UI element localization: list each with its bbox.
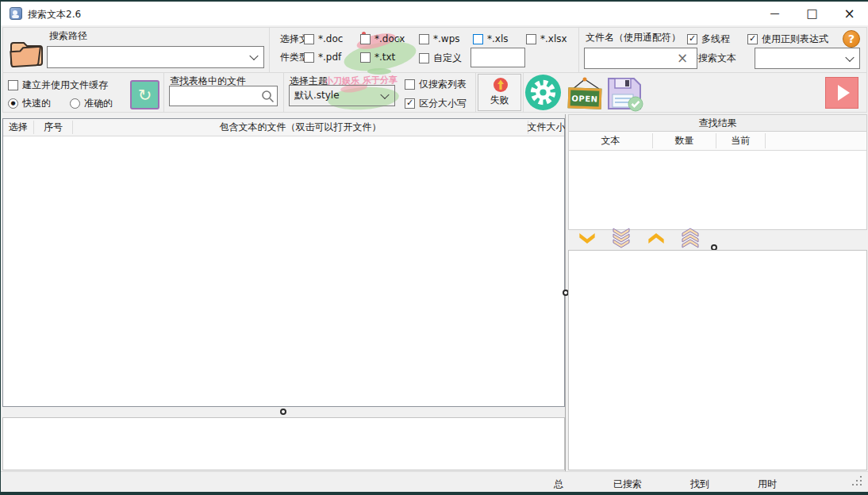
maximize-icon: □	[806, 6, 817, 21]
start-search-button[interactable]	[825, 77, 858, 109]
settings-button[interactable]	[524, 74, 562, 111]
custom-filetype-input[interactable]	[470, 48, 525, 67]
filename-label: 文件名（使用通配符）	[586, 32, 681, 44]
close-button[interactable]: ×	[831, 2, 868, 25]
clear-icon: ×	[677, 50, 688, 66]
chevron-down-icon	[380, 90, 389, 98]
checkbox-label: 区分大小写	[419, 97, 467, 110]
title-bar: 搜索文本2.6 — □ ×	[1, 2, 868, 25]
minimize-button[interactable]: —	[756, 2, 793, 25]
maximize-button[interactable]: □	[793, 2, 831, 25]
checkbox-wps[interactable]: *.wps	[419, 33, 460, 44]
checkbox-label: 仅搜索列表	[419, 78, 467, 91]
checkbox-label: *.txt	[374, 52, 395, 63]
column-header-file[interactable]: 包含文本的文件（双击可以打开文件）	[73, 119, 528, 136]
last-match-button[interactable]	[610, 228, 632, 248]
file-table[interactable]: 选择 序号 包含文本的文件（双击可以打开文件） 文件大小	[2, 118, 565, 407]
app-window: 搜索文本2.6 — □ × 搜索路径 选择文 件类型 *.doc *.docx	[0, 0, 868, 495]
checkbox-box	[419, 53, 429, 63]
checkbox-label: *.docx	[374, 33, 405, 44]
checkbox-box	[360, 34, 371, 44]
fail-button-label: 失败	[478, 94, 520, 107]
column-header-current[interactable]: 当前	[716, 132, 765, 150]
play-icon	[838, 85, 850, 101]
radio-circle: ●	[8, 98, 18, 109]
checkbox-box	[526, 34, 536, 44]
chevron-down-icon	[578, 232, 596, 244]
open-file-button[interactable]: OPEN	[566, 77, 604, 110]
checkbox-xlsx[interactable]: *.xlsx	[526, 33, 567, 44]
chevron-down-icon	[249, 52, 258, 60]
column-separator[interactable]	[765, 133, 766, 148]
checkbox-label: *.doc	[318, 33, 343, 44]
status-bar: 总 已搜索 找到 用时	[1, 471, 868, 493]
checkbox-case-sensitive[interactable]: ✓ 区分大小写	[405, 97, 467, 110]
checkbox-label: 自定义	[433, 52, 462, 65]
checkbox-label: *.xlsx	[540, 33, 567, 44]
next-match-button[interactable]	[577, 230, 597, 246]
status-searched-label: 已搜索	[613, 478, 642, 491]
checkbox-txt[interactable]: *.txt	[360, 52, 395, 63]
triple-chevron-down-icon	[611, 228, 632, 248]
first-match-button[interactable]	[679, 228, 701, 248]
column-header-size[interactable]: 文件大小	[528, 119, 564, 136]
status-time-label: 用时	[758, 478, 777, 491]
save-floppy-icon	[605, 75, 645, 112]
checkbox-pdf[interactable]: *.pdf	[304, 52, 341, 63]
chevron-down-icon	[845, 52, 854, 61]
checkbox-custom[interactable]: 自定义	[419, 52, 462, 65]
checkbox-label: *.wps	[433, 33, 460, 44]
theme-combobox[interactable]: 默认.style	[289, 85, 395, 106]
checkbox-box	[473, 34, 483, 44]
column-header-text[interactable]: 文本	[569, 132, 652, 150]
resize-grip[interactable]	[852, 477, 862, 486]
checkbox-box	[304, 52, 314, 63]
checkbox-regex[interactable]: ✓ 使用正则表达式	[747, 33, 828, 46]
radio-fast[interactable]: ● 快速的	[8, 97, 51, 110]
radio-accurate[interactable]: 准确的	[70, 97, 113, 110]
result-table[interactable]: 文本 数量 当前	[568, 131, 867, 230]
question-icon: ?	[848, 33, 855, 45]
fail-button[interactable]: 失败	[478, 74, 521, 111]
result-panel-caption: 查找结果	[568, 114, 867, 132]
search-text-combobox[interactable]	[755, 48, 860, 69]
checkbox-doc[interactable]: *.doc	[304, 33, 343, 44]
theme-value: 默认.style	[294, 89, 340, 102]
checkbox-search-list-only[interactable]: 仅搜索列表	[405, 78, 467, 91]
column-header-select[interactable]: 选择	[3, 119, 33, 136]
column-header-index[interactable]: 序号	[34, 119, 72, 136]
close-icon: ×	[843, 6, 855, 21]
help-button[interactable]: ?	[843, 30, 860, 48]
desktop-edge	[1, 492, 868, 495]
radio-label: 快速的	[22, 97, 51, 110]
checkbox-box: ✓	[687, 34, 697, 44]
checkbox-box	[8, 80, 18, 90]
save-button[interactable]	[605, 75, 645, 112]
triple-chevron-up-icon	[680, 228, 701, 248]
status-found-label: 找到	[690, 478, 709, 491]
right-bottom-panel	[568, 250, 867, 470]
search-path-combobox[interactable]	[47, 46, 264, 68]
checkbox-label: 多线程	[701, 33, 730, 46]
radio-label: 准确的	[84, 97, 113, 110]
clear-filename-button[interactable]: ×	[674, 50, 691, 66]
checkbox-label: 建立并使用文件缓存	[22, 79, 108, 92]
checkbox-xls[interactable]: *.xls	[473, 33, 509, 44]
chevron-up-icon	[647, 232, 665, 244]
search-path-label: 搜索路径	[49, 30, 87, 43]
refresh-cache-button[interactable]: ↻	[130, 80, 159, 109]
checkbox-multithread[interactable]: ✓ 多线程	[687, 33, 730, 46]
checkbox-box	[304, 34, 314, 44]
checkbox-docx[interactable]: *.docx	[360, 33, 405, 44]
prev-match-button[interactable]	[646, 230, 666, 246]
checkbox-box: ✓	[747, 34, 758, 44]
browse-folder-button[interactable]	[7, 35, 45, 71]
splitter-handle[interactable]	[280, 409, 286, 415]
checkbox-box: ✓	[405, 98, 415, 109]
fail-arrow-icon	[493, 77, 509, 93]
checkbox-label: 使用正则表达式	[762, 33, 828, 46]
column-header-count[interactable]: 数量	[653, 132, 716, 150]
open-sign-board: OPEN	[568, 87, 602, 109]
checkbox-file-cache[interactable]: 建立并使用文件缓存	[8, 79, 108, 92]
open-sign-label: OPEN	[571, 94, 597, 103]
